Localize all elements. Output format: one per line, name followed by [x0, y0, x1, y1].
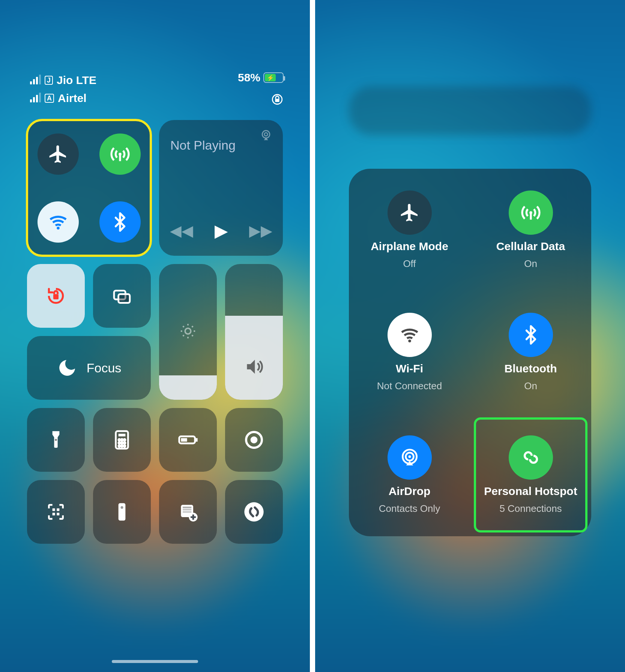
personal-hotspot-icon	[509, 435, 553, 480]
battery-icon: ⚡	[263, 72, 284, 83]
svg-point-21	[121, 445, 123, 447]
low-power-mode-button[interactable]	[159, 408, 217, 472]
svg-rect-7	[53, 294, 59, 299]
battery-percent: 58%	[238, 71, 260, 84]
svg-point-17	[119, 442, 120, 444]
svg-point-34	[119, 513, 121, 514]
volume-icon	[243, 356, 264, 377]
bluetooth-label: Bluetooth	[505, 362, 557, 375]
airplane-mode-toggle[interactable]	[38, 134, 79, 175]
focus-button[interactable]: Focus	[27, 336, 151, 400]
brightness-icon	[179, 322, 197, 340]
airdrop-icon	[388, 435, 432, 480]
cellular-signal-icon	[30, 94, 41, 102]
svg-rect-40	[183, 509, 191, 510]
orientation-lock-toggle[interactable]	[27, 264, 85, 328]
svg-rect-9	[119, 294, 130, 303]
play-button[interactable]: ▶	[215, 220, 228, 241]
volume-slider[interactable]	[225, 264, 283, 400]
apple-tv-remote-button[interactable]	[93, 480, 151, 544]
carrier-2-label: Airtel	[58, 92, 87, 105]
svg-point-15	[121, 439, 123, 441]
quick-note-button[interactable]	[159, 480, 217, 544]
cellular-data-label: Cellular Data	[496, 240, 565, 253]
svg-point-20	[119, 445, 120, 447]
svg-rect-25	[196, 438, 198, 441]
cellular-signal-icon	[30, 76, 41, 84]
status-right: 58% ⚡	[238, 71, 284, 84]
svg-point-33	[120, 506, 124, 510]
screen-record-button[interactable]	[225, 408, 283, 472]
cellular-data-toggle[interactable]	[99, 134, 141, 175]
svg-point-49	[408, 455, 411, 458]
airplane-mode-item[interactable]: Airplane Mode Off	[349, 169, 470, 291]
qr-scanner-button[interactable]	[27, 480, 85, 544]
background-blur-strip	[349, 86, 591, 135]
brightness-slider[interactable]	[159, 264, 217, 400]
svg-rect-29	[57, 508, 59, 511]
svg-point-27	[251, 436, 258, 444]
svg-point-14	[119, 439, 120, 441]
svg-point-11	[55, 439, 57, 441]
svg-rect-24	[181, 438, 187, 441]
svg-rect-30	[53, 513, 55, 515]
svg-point-5	[262, 130, 270, 138]
wifi-label: Wi-Fi	[396, 362, 423, 375]
bluetooth-status: On	[524, 380, 537, 392]
cellular-data-status: On	[524, 258, 537, 270]
connectivity-expanded-panel[interactable]: Airplane Mode Off Cellular Data On Wi-Fi…	[349, 169, 591, 536]
svg-point-35	[123, 513, 125, 514]
sim-indicator-2: A	[45, 94, 54, 103]
cellular-data-item[interactable]: Cellular Data On	[470, 169, 591, 291]
screenshot-divider	[310, 0, 315, 672]
screenshot-right-expanded-connectivity: Airplane Mode Off Cellular Data On Wi-Fi…	[315, 0, 625, 672]
svg-point-36	[119, 516, 121, 517]
svg-point-4	[57, 226, 59, 229]
home-indicator[interactable]	[112, 660, 198, 663]
airplane-mode-icon	[388, 190, 432, 235]
airplane-mode-status: Off	[403, 258, 416, 270]
screen-mirroring-button[interactable]	[93, 264, 151, 328]
now-playing-title: Not Playing	[170, 138, 272, 153]
bluetooth-toggle[interactable]	[99, 201, 141, 243]
svg-point-37	[123, 516, 125, 517]
personal-hotspot-item[interactable]: Personal Hotspot 5 Connections	[473, 417, 588, 533]
svg-point-43	[244, 502, 263, 521]
svg-rect-1	[275, 99, 279, 102]
svg-point-16	[124, 439, 126, 441]
focus-label: Focus	[87, 361, 122, 375]
airdrop-status: Contacts Only	[379, 503, 440, 514]
rewind-button[interactable]: ◀◀	[170, 222, 193, 239]
airdrop-item[interactable]: AirDrop Contacts Only	[349, 414, 470, 536]
forward-button[interactable]: ▶▶	[249, 222, 272, 239]
airdrop-label: AirDrop	[389, 485, 431, 498]
shazam-button[interactable]	[225, 480, 283, 544]
wifi-toggle[interactable]	[38, 201, 79, 243]
svg-rect-31	[57, 513, 59, 515]
svg-point-10	[185, 328, 191, 334]
carrier-1-label: Jio LTE	[57, 74, 96, 87]
airplay-icon[interactable]	[260, 129, 272, 142]
wifi-status: Not Connected	[377, 380, 442, 392]
wifi-item[interactable]: Wi-Fi Not Connected	[349, 291, 470, 414]
flashlight-button[interactable]	[27, 408, 85, 472]
calculator-button[interactable]	[93, 408, 151, 472]
personal-hotspot-label: Personal Hotspot	[484, 485, 577, 498]
svg-point-6	[264, 133, 268, 136]
bluetooth-icon	[509, 313, 553, 357]
svg-rect-13	[119, 434, 126, 436]
svg-point-18	[121, 442, 123, 444]
connectivity-module[interactable]	[27, 120, 151, 256]
bluetooth-item[interactable]: Bluetooth On	[470, 291, 591, 414]
svg-point-19	[124, 442, 126, 444]
sim-indicator-1: J	[45, 76, 53, 85]
personal-hotspot-status: 5 Connections	[499, 503, 562, 514]
svg-rect-41	[183, 512, 191, 513]
now-playing-module[interactable]: Not Playing ◀◀ ▶ ▶▶	[159, 120, 283, 256]
wifi-icon	[388, 313, 432, 357]
svg-rect-39	[183, 507, 191, 508]
svg-point-22	[124, 445, 126, 447]
cellular-data-icon	[509, 190, 553, 235]
orientation-lock-icon	[271, 93, 284, 106]
svg-rect-28	[53, 508, 55, 511]
